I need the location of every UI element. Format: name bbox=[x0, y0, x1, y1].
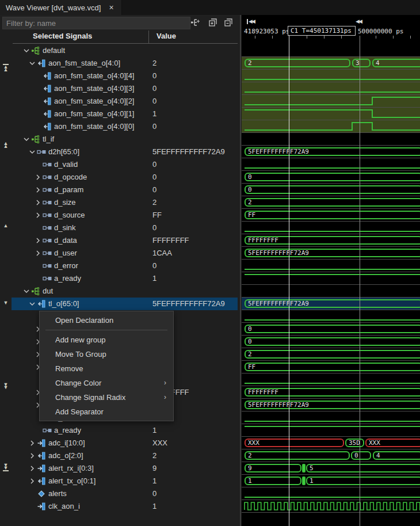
wave-row[interactable]: 5FEFFFFFFFFF72A9 bbox=[242, 298, 420, 310]
tree-signal-row[interactable]: aon_fsm_state_o[4:0][4]0 bbox=[12, 70, 238, 82]
scroll-bottom-marker[interactable]: ▼▼ bbox=[2, 464, 10, 471]
wave-row[interactable]: 0 bbox=[242, 336, 420, 348]
tree-signal-row[interactable]: d2h[65:0]5FEFFFFFFFFF72A9 bbox=[12, 146, 238, 158]
wave-row[interactable] bbox=[242, 120, 420, 133]
wave-row[interactable]: FF bbox=[242, 209, 420, 222]
tree-signal-row[interactable]: alert_tx_o[0:1]1 bbox=[12, 475, 238, 487]
chevron-right-icon[interactable] bbox=[33, 249, 43, 258]
chevron-right-icon[interactable] bbox=[28, 439, 37, 448]
wave-row[interactable]: 0 bbox=[242, 171, 420, 184]
wave-row[interactable] bbox=[242, 373, 420, 386]
tree-signal-row[interactable]: d_valid0 bbox=[12, 158, 238, 171]
tree-group-row[interactable]: tl_if bbox=[12, 133, 238, 146]
wave-row[interactable]: 0 bbox=[242, 323, 420, 336]
wave-row[interactable] bbox=[242, 285, 420, 298]
tree-signal-row[interactable]: clk_aon_i1 bbox=[12, 500, 238, 513]
chevron-right-icon[interactable] bbox=[33, 211, 43, 220]
wave-row[interactable]: 11 bbox=[242, 475, 420, 487]
wave-row[interactable]: 95 bbox=[242, 462, 420, 475]
wave-row[interactable] bbox=[242, 44, 420, 57]
panel-splitter[interactable] bbox=[240, 15, 241, 526]
chevron-right-icon[interactable] bbox=[33, 185, 43, 195]
next-group-marker[interactable]: ▼▼ bbox=[2, 383, 10, 389]
cursor-line[interactable] bbox=[289, 36, 289, 526]
tree-signal-row[interactable]: d_sourceFF bbox=[12, 209, 238, 222]
tree-signal-row[interactable]: d_size2 bbox=[12, 196, 238, 209]
chevron-right-icon[interactable] bbox=[28, 477, 37, 486]
tree-signal-row[interactable]: d_user1CAA bbox=[12, 247, 238, 260]
wave-row[interactable] bbox=[242, 108, 420, 120]
menu-item-move-to-group[interactable]: Move To Group bbox=[40, 347, 173, 361]
tree-signal-row[interactable]: d_opcode0 bbox=[12, 171, 238, 184]
tree-signal-row[interactable]: d_sink0 bbox=[12, 222, 238, 234]
chevron-right-icon[interactable] bbox=[33, 198, 43, 207]
chevron-right-icon[interactable] bbox=[28, 464, 37, 473]
wave-row[interactable]: XXX35DXXX bbox=[242, 437, 420, 449]
chevron-right-icon[interactable] bbox=[33, 173, 43, 182]
wave-row[interactable]: 5FEFFFFFFFFF72A9 bbox=[242, 399, 420, 411]
tree-signal-row[interactable]: alerts0 bbox=[12, 487, 238, 500]
tree-signal-row[interactable]: d_dataFFFFFFFF bbox=[12, 234, 238, 247]
prev-group-marker[interactable]: ▲▲ bbox=[2, 142, 10, 148]
tree-signal-row[interactable]: aon_fsm_state_o[4:0][2]0 bbox=[12, 95, 238, 108]
tree-signal-row[interactable]: a_ready1 bbox=[12, 272, 238, 285]
menu-item-open-declaration[interactable]: Open Declaration bbox=[40, 313, 173, 327]
wave-row[interactable]: FFFFFFFF bbox=[242, 234, 420, 247]
chevron-down-icon[interactable] bbox=[28, 147, 37, 157]
tree-group-row[interactable]: default bbox=[12, 44, 238, 57]
menu-item-change-color[interactable]: Change Color› bbox=[40, 376, 173, 390]
marker-line[interactable] bbox=[360, 36, 360, 526]
tree-signal-row[interactable]: d_param0 bbox=[12, 184, 238, 196]
tree-signal-row[interactable]: a_ready1 bbox=[12, 424, 238, 437]
wave-row[interactable] bbox=[242, 95, 420, 108]
tree-signal-row[interactable]: aon_fsm_state_o[4:0]2 bbox=[12, 57, 238, 70]
go-to-start-icon[interactable]: ◀◀ bbox=[247, 18, 254, 24]
wave-row[interactable] bbox=[242, 82, 420, 95]
tree-signal-row[interactable]: adc_o[2:0]2 bbox=[12, 449, 238, 462]
wave-row[interactable] bbox=[242, 500, 420, 513]
scroll-top-marker[interactable]: ▲▲ bbox=[2, 64, 10, 71]
chevron-right-icon[interactable] bbox=[33, 236, 43, 245]
wave-row[interactable]: 234 bbox=[242, 57, 420, 70]
wave-row[interactable] bbox=[242, 133, 420, 146]
wave-row[interactable]: FF bbox=[242, 361, 420, 373]
tree-signal-row[interactable]: tl_o[65:0]5FEFFFFFFFFF72A9 bbox=[12, 298, 238, 310]
rewind-icon[interactable]: ◀◀ bbox=[356, 18, 361, 24]
wave-row[interactable] bbox=[242, 222, 420, 234]
wave-row[interactable] bbox=[242, 272, 420, 285]
wave-row[interactable] bbox=[242, 487, 420, 500]
tree-signal-row[interactable]: aon_fsm_state_o[4:0][0]0 bbox=[12, 120, 238, 133]
next-marker[interactable]: ▼ bbox=[2, 302, 10, 304]
wave-row[interactable] bbox=[242, 158, 420, 171]
chevron-right-icon[interactable] bbox=[28, 451, 37, 460]
cursor-time-box[interactable]: C1 T=450137131ps bbox=[288, 26, 356, 36]
tree-signal-row[interactable]: d_error0 bbox=[12, 260, 238, 272]
menu-item-add-separator[interactable]: Add Separator bbox=[40, 405, 173, 419]
chevron-down-icon[interactable] bbox=[28, 59, 37, 68]
menu-item-add-new-group[interactable]: Add new group bbox=[40, 333, 173, 347]
waveform-panel[interactable]: ◀◀ ◀◀ 418923053 ps C1 T=450137131ps 5000… bbox=[242, 15, 420, 526]
wave-row[interactable]: 204 bbox=[242, 449, 420, 462]
wave-row[interactable]: 2 bbox=[242, 348, 420, 361]
wave-row[interactable] bbox=[242, 70, 420, 82]
wave-row[interactable]: 2 bbox=[242, 196, 420, 209]
wave-row[interactable]: 5FEFFFFFFFFF72A9 bbox=[242, 146, 420, 158]
chevron-down-icon[interactable] bbox=[22, 287, 31, 296]
tree-signal-row[interactable]: aon_fsm_state_o[4:0][1]1 bbox=[12, 108, 238, 120]
chevron-down-icon[interactable] bbox=[22, 46, 31, 55]
tree-group-row[interactable]: dut bbox=[12, 285, 238, 298]
wave-row[interactable] bbox=[242, 411, 420, 424]
tree-signal-row[interactable]: adc_i[10:0]XXX bbox=[12, 437, 238, 449]
tree-signal-row[interactable]: alert_rx_i[0:3]9 bbox=[12, 462, 238, 475]
prev-marker[interactable]: ▲ bbox=[2, 224, 10, 227]
menu-item-remove[interactable]: Remove bbox=[40, 361, 173, 376]
chevron-down-icon[interactable] bbox=[28, 299, 37, 308]
chevron-down-icon[interactable] bbox=[22, 135, 31, 144]
wave-row[interactable] bbox=[242, 310, 420, 323]
tree-signal-row[interactable]: aon_fsm_state_o[4:0][3]0 bbox=[12, 82, 238, 95]
wave-row[interactable]: FFFFFFFF bbox=[242, 386, 420, 399]
wave-row[interactable] bbox=[242, 424, 420, 437]
wave-row[interactable]: 5FEFFFFFFFFF72A9 bbox=[242, 247, 420, 260]
menu-item-change-signal-radix[interactable]: Change Signal Radix› bbox=[40, 390, 173, 405]
wave-row[interactable]: 0 bbox=[242, 184, 420, 196]
